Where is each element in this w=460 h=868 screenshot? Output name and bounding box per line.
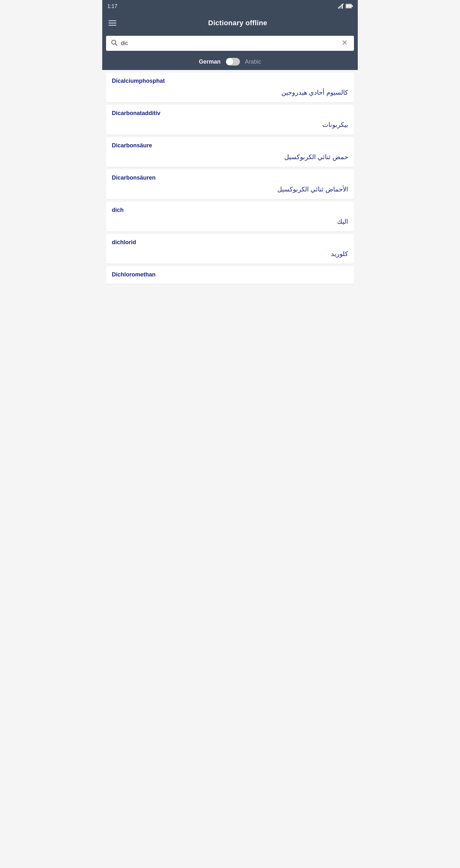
arabic-translation: اليك bbox=[112, 217, 348, 226]
status-icons: ⚡ bbox=[338, 3, 353, 9]
list-item[interactable]: dich اليك bbox=[106, 202, 354, 231]
arabic-translation: كلوريد bbox=[112, 249, 348, 258]
arabic-translation: بيكربونات bbox=[112, 120, 348, 129]
language-toggle-switch[interactable] bbox=[226, 58, 240, 65]
status-time: 1:17 bbox=[107, 3, 117, 9]
german-word: Dicarbonsäuren bbox=[112, 175, 348, 181]
toggle-thumb bbox=[226, 58, 233, 65]
list-item[interactable]: dichlorid كلوريد bbox=[106, 234, 354, 264]
german-label[interactable]: German bbox=[199, 59, 221, 65]
search-input[interactable] bbox=[121, 40, 340, 46]
hamburger-line-3 bbox=[109, 25, 116, 26]
arabic-translation: كالسيوم أحادي هيدروجين bbox=[112, 88, 348, 97]
search-bar-container bbox=[102, 33, 358, 55]
svg-rect-7 bbox=[352, 5, 353, 7]
language-toggle-bar: German Arabic bbox=[102, 55, 358, 70]
battery-icon: ⚡ bbox=[346, 4, 353, 9]
menu-button[interactable] bbox=[107, 19, 118, 27]
svg-line-10 bbox=[115, 44, 117, 45]
app-header: Dictionary offline bbox=[102, 13, 358, 33]
list-item[interactable]: Dichloromethan bbox=[106, 266, 354, 284]
svg-text:⚡: ⚡ bbox=[347, 5, 351, 8]
results-list: Dicalciumphosphat كالسيوم أحادي هيدروجين… bbox=[102, 70, 358, 286]
arabic-label[interactable]: Arabic bbox=[245, 59, 261, 65]
german-word: Dichloromethan bbox=[112, 271, 348, 278]
status-bar: 1:17 ⚡ bbox=[102, 0, 358, 13]
german-word: Dicarbonsäure bbox=[112, 142, 348, 149]
list-item[interactable]: Dicalciumphosphat كالسيوم أحادي هيدروجين bbox=[106, 72, 354, 102]
hamburger-line-1 bbox=[109, 21, 116, 21]
list-item[interactable]: Dicarbonsäure حمض ثنائي الكربوكسيل bbox=[106, 137, 354, 167]
arabic-translation: حمض ثنائي الكربوكسيل bbox=[112, 152, 348, 162]
arabic-translation: الأحماض ثنائي الكربوكسيل bbox=[112, 184, 348, 194]
signal-icon bbox=[338, 3, 344, 9]
german-word: dichlorid bbox=[112, 239, 348, 246]
german-word: dich bbox=[112, 207, 348, 214]
search-icon bbox=[110, 39, 118, 48]
list-item[interactable]: Dicarbonatadditiv بيكربونات bbox=[106, 105, 354, 134]
clear-search-button[interactable] bbox=[340, 39, 350, 48]
search-input-wrapper bbox=[106, 36, 354, 51]
app-title: Dictionary offline bbox=[123, 19, 353, 27]
list-item[interactable]: Dicarbonsäuren الأحماض ثنائي الكربوكسيل bbox=[106, 169, 354, 199]
hamburger-line-2 bbox=[109, 23, 116, 23]
german-word: Dicalciumphosphat bbox=[112, 78, 348, 84]
german-word: Dicarbonatadditiv bbox=[112, 110, 348, 117]
